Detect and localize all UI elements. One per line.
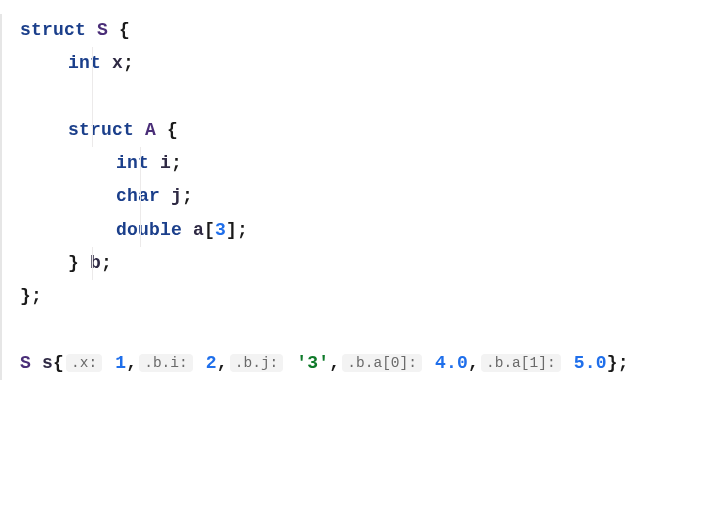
semicolon: ; [31,286,42,306]
literal-2: 2 [206,353,217,373]
semicolon: ; [101,253,112,273]
literal-1: 1 [115,353,126,373]
inlay-hint: .b.a[0]: [342,354,422,372]
keyword-struct: struct [68,120,134,140]
brace-open: { [53,353,64,373]
code-line: }; [20,280,716,313]
keyword-double: double [116,220,182,240]
type-name-A: A [145,120,156,140]
code-line: struct S { [20,14,716,47]
inlay-hint: .b.i: [139,354,193,372]
blank-line [20,81,716,114]
brace-close: } [68,253,79,273]
semicolon: ; [237,220,248,240]
field-b: b [90,253,101,273]
code-block: struct S { int x; struct A { int i; char… [0,14,716,380]
code-line: } b; [20,247,716,280]
type-S: S [20,353,31,373]
bracket-close: ] [226,220,237,240]
field-j: j [171,186,182,206]
code-line: double a[3]; [20,214,716,247]
inlay-hint: .b.a[1]: [481,354,561,372]
array-size: 3 [215,220,226,240]
comma: , [329,353,340,373]
semicolon: ; [123,53,134,73]
bracket-open: [ [204,220,215,240]
brace-open: { [167,120,178,140]
comma: , [468,353,479,373]
keyword-char: char [116,186,160,206]
semicolon: ; [182,186,193,206]
field-i: i [160,153,171,173]
code-line: int i; [20,147,716,180]
keyword-int: int [116,153,149,173]
code-line: S s{.x: 1,.b.i: 2,.b.j: '3',.b.a[0]: 4.0… [20,347,716,380]
literal-char-3: '3' [296,353,329,373]
comma: , [217,353,228,373]
brace-open: { [119,20,130,40]
var-s: s [42,353,53,373]
brace-close: } [20,286,31,306]
brace-close: } [607,353,618,373]
literal-4: 4.0 [435,353,468,373]
type-name-S: S [97,20,108,40]
comma: , [126,353,137,373]
semicolon: ; [618,353,629,373]
code-line: struct A { [20,114,716,147]
keyword-int: int [68,53,101,73]
keyword-struct: struct [20,20,86,40]
semicolon: ; [171,153,182,173]
code-line: int x; [20,47,716,80]
field-x: x [112,53,123,73]
blank-line [20,314,716,347]
code-line: char j; [20,180,716,213]
field-a: a [193,220,204,240]
literal-5: 5.0 [574,353,607,373]
inlay-hint: .b.j: [230,354,284,372]
inlay-hint: .x: [66,354,102,372]
